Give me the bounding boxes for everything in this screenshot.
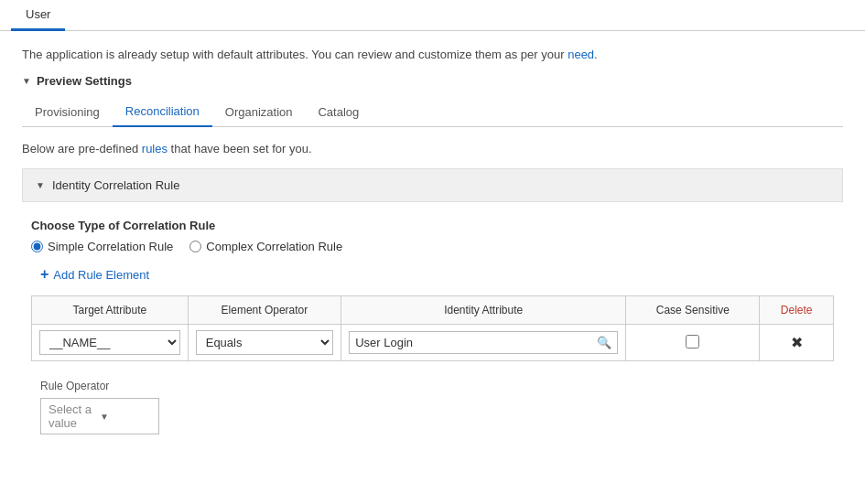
preview-settings-toggle[interactable]: ▼ Preview Settings: [22, 74, 843, 88]
rule-operator-value: Select a value: [49, 402, 100, 430]
inner-tab-bar: Provisioning Reconciliation Organization…: [22, 97, 843, 127]
tab-catalog[interactable]: Catalog: [305, 97, 372, 126]
info-text: The application is already setup with de…: [22, 48, 843, 61]
col-target-attribute: Target Attribute: [32, 296, 189, 325]
rule-table: Target Attribute Element Operator Identi…: [31, 295, 834, 361]
identity-attribute-input[interactable]: [355, 336, 593, 349]
element-operator-cell[interactable]: Equals: [188, 325, 341, 361]
complex-correlation-radio[interactable]: [189, 241, 201, 252]
chevron-down-icon: ▼: [100, 412, 151, 422]
col-identity-attribute: Identity Attribute: [341, 296, 626, 325]
target-attribute-select[interactable]: __NAME__: [39, 330, 180, 355]
rule-operator-section: Rule Operator Select a value ▼: [31, 376, 834, 438]
col-element-operator: Element Operator: [188, 296, 341, 325]
element-operator-select[interactable]: Equals: [196, 330, 333, 355]
user-tab[interactable]: User: [11, 0, 65, 31]
rules-link[interactable]: rules: [142, 142, 168, 155]
need-link[interactable]: need: [568, 48, 594, 61]
col-delete: Delete: [760, 296, 834, 325]
case-sensitive-cell[interactable]: [626, 325, 760, 361]
simple-correlation-option[interactable]: Simple Correlation Rule: [31, 240, 173, 253]
tab-reconciliation[interactable]: Reconciliation: [113, 97, 212, 127]
case-sensitive-checkbox[interactable]: [686, 335, 699, 349]
col-case-sensitive: Case Sensitive: [626, 296, 760, 325]
target-attribute-cell[interactable]: __NAME__: [32, 325, 189, 361]
tab-provisioning[interactable]: Provisioning: [22, 97, 113, 126]
rule-operator-label: Rule Operator: [40, 380, 825, 392]
rule-operator-dropdown[interactable]: Select a value ▼: [40, 398, 159, 434]
predefined-text: Below are pre-defined rules that have be…: [22, 142, 843, 155]
simple-correlation-radio[interactable]: [31, 241, 43, 252]
correlation-type-label: Choose Type of Correlation Rule: [31, 219, 834, 232]
plus-icon: +: [40, 266, 49, 283]
identity-attribute-cell[interactable]: 🔍: [341, 325, 626, 361]
search-icon: 🔍: [597, 336, 611, 349]
add-rule-button[interactable]: + Add Rule Element: [40, 266, 149, 283]
delete-cell[interactable]: ✖: [760, 325, 834, 361]
delete-icon[interactable]: ✖: [791, 335, 803, 350]
collapse-icon: ▼: [22, 76, 31, 86]
tab-organization[interactable]: Organization: [212, 97, 306, 126]
table-row: __NAME__ Equals 🔍: [32, 325, 834, 361]
section-collapse-icon: ▼: [36, 180, 45, 190]
complex-correlation-option[interactable]: Complex Correlation Rule: [189, 240, 342, 253]
section-header[interactable]: ▼ Identity Correlation Rule: [22, 168, 843, 202]
